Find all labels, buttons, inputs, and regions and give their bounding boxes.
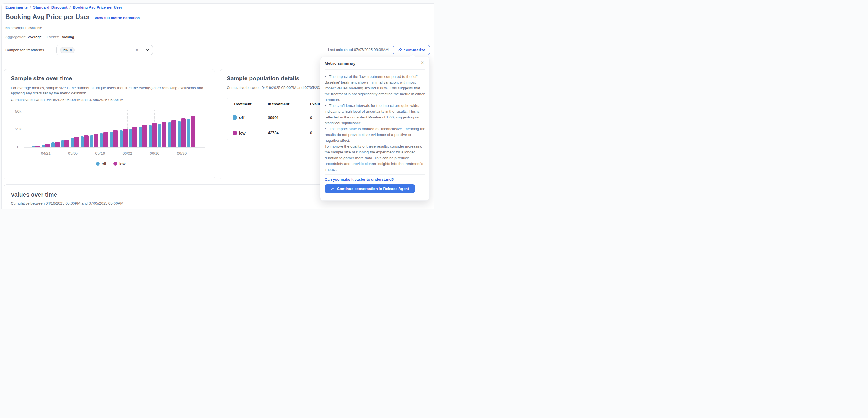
y-axis-label: 0	[13, 145, 24, 150]
popover-body: The impact of the 'low' treatment compar…	[325, 73, 426, 173]
bar-low-04-21[interactable]	[45, 144, 50, 147]
bar-off-07-05[interactable]	[187, 119, 190, 147]
bar-low-06-15[interactable]	[152, 123, 157, 147]
summary-bullet: The impact state is marked as 'Inconclus…	[325, 126, 426, 143]
bar-off-05-06[interactable]	[71, 138, 74, 147]
bar-low-05-26[interactable]	[113, 130, 118, 147]
popover-divider	[325, 69, 425, 70]
bar-off-05-16[interactable]	[90, 135, 93, 147]
gridline-y	[25, 129, 204, 130]
x-axis-label: 06/30	[173, 151, 191, 156]
x-axis-label: 05/05	[64, 151, 82, 156]
x-axis-line	[24, 147, 205, 148]
legend-item-low[interactable]: low	[114, 161, 126, 166]
bar-off-06-20[interactable]	[158, 124, 161, 147]
bar-low-06-05[interactable]	[132, 127, 137, 147]
x-axis-label: 06/16	[146, 151, 163, 156]
bar-off-05-11[interactable]	[81, 137, 84, 147]
close-icon[interactable]: ✕	[421, 60, 424, 66]
bar-off-06-15[interactable]	[149, 125, 152, 147]
legend-dot-off	[96, 162, 100, 166]
metric-detail-page: Experiments/Standard_Discount/Booking Av…	[0, 0, 434, 209]
bar-off-05-26[interactable]	[110, 132, 113, 147]
bar-low-05-11[interactable]	[84, 136, 89, 147]
followup-question-link[interactable]: Can you make it easier to understand?	[325, 177, 394, 182]
bar-off-05-01[interactable]	[61, 140, 64, 147]
bar-off-05-21[interactable]	[100, 133, 103, 147]
gridline-y	[25, 112, 204, 112]
bar-low-05-21[interactable]	[103, 132, 108, 147]
legend-dot-low	[114, 162, 117, 166]
legend-item-off[interactable]: off	[96, 161, 106, 166]
y-axis-label: 25k	[13, 127, 24, 132]
bar-low-05-01[interactable]	[64, 140, 69, 147]
bar-low-06-25[interactable]	[171, 120, 176, 147]
bar-off-06-30[interactable]	[178, 121, 181, 147]
continue-button-label: Continue conversation in Release Agent	[337, 186, 409, 191]
summary-paragraph: To improve the quality of these results,…	[325, 143, 426, 173]
bar-off-04-16[interactable]	[32, 146, 35, 147]
x-axis-label: 05/19	[91, 151, 109, 156]
bar-low-07-05[interactable]	[191, 116, 196, 147]
bar-off-06-05[interactable]	[129, 129, 132, 147]
bar-low-06-10[interactable]	[142, 125, 147, 147]
x-axis-label: 04/21	[37, 151, 55, 156]
bar-low-06-30[interactable]	[181, 118, 186, 147]
summary-bullet: The impact of the 'low' treatment compar…	[325, 73, 426, 103]
bar-low-05-16[interactable]	[94, 134, 98, 147]
bar-low-04-26[interactable]	[55, 142, 60, 147]
legend-label-off: off	[102, 161, 106, 166]
sparkles-icon	[331, 186, 335, 191]
x-axis-label: 06/02	[119, 151, 136, 156]
bar-low-04-16[interactable]	[35, 146, 40, 147]
bar-low-05-06[interactable]	[74, 137, 79, 147]
y-axis-label: 50k	[13, 109, 24, 114]
summary-bullet: The confidence intervals for the impact …	[325, 103, 426, 126]
legend-label-low: low	[119, 161, 126, 166]
bar-off-04-26[interactable]	[52, 142, 55, 147]
bar-off-04-21[interactable]	[42, 145, 45, 147]
chart-legend: off low	[69, 161, 152, 166]
popover-divider	[325, 174, 425, 175]
popover-title: Metric summary	[325, 61, 355, 66]
bar-off-06-25[interactable]	[168, 122, 171, 147]
bar-low-06-20[interactable]	[162, 122, 166, 147]
bar-low-05-31[interactable]	[123, 129, 128, 147]
metric-summary-popover: Metric summary ✕ The impact of the 'low'…	[320, 57, 430, 201]
continue-conversation-button[interactable]: Continue conversation in Release Agent	[325, 184, 415, 193]
bar-off-05-31[interactable]	[120, 130, 123, 147]
bar-off-06-10[interactable]	[139, 127, 142, 147]
